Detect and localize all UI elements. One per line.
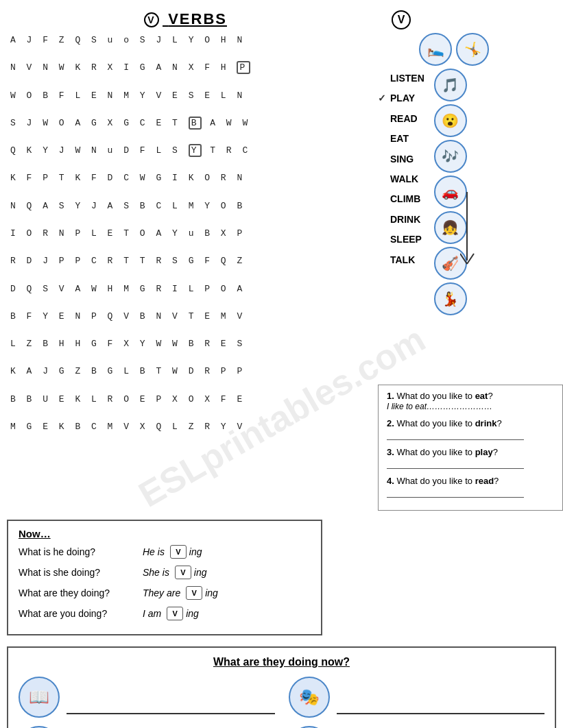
ws-row: S J W O A G X G C E T B A W W [10,117,361,130]
verb-image-3: 🎵 [434,69,467,101]
verb-placeholder: V [186,586,202,600]
verb-placeholder: V [167,607,183,620]
now-question: What are you doing? [19,608,139,619]
bottom-circle-2: 🎭 [289,677,330,718]
verb-item: LISTEN [390,69,424,88]
ws-row: N V N W K R X I G A N X F H P [10,61,361,75]
verb-image-9: 💃 [434,282,467,315]
ws-row: K A J G Z B G L B T W D R P P [10,365,361,378]
questions-box: 1. What do you like to eat? I like to ea… [378,385,563,511]
right-panel: V 🛌 🤸 LISTEN PLAY READ EAT SING WALK [371,7,556,514]
ws-row: W O B F L E N M Y V E S E L N [10,89,361,103]
verb-item: TALK [390,250,424,270]
ws-row: I O R N P L E T O A Y u B X P [10,227,361,241]
svg-line-2 [467,254,474,264]
now-box: Now… What is he doing? He is V ing What … [7,520,322,635]
now-question: What is he doing? [19,546,139,557]
bottom-box: What are they doing now? 📖 🎭 🏃 [7,646,556,728]
now-row-2: What is she doing? She is V ing [19,566,311,579]
verb-image-2: 🤸 [456,33,489,66]
ws-row: N Q A S Y J A S B C L M Y O B [10,199,361,213]
verb-image-4: 😮 [434,104,467,137]
ws-row: Q K Y J W N u D F L S Y T R C [10,144,361,158]
title-text: VERBS [168,10,227,27]
now-row-3: What are they doing? They are V ing [19,586,311,600]
verb-item: DRINK [390,210,424,230]
verb-item-play: PLAY [390,88,424,108]
now-answer: They are V ing [143,586,218,600]
now-row-4: What are you doing? I am V ing [19,607,311,620]
question-item-2: 2. What do you like to drink? [387,418,554,440]
bottom-item-reading: 📖 [19,677,275,718]
wordsearch-grid: A J F Z Q S u o S J L Y O H N N V N W K … [10,34,361,448]
answer-line [337,713,545,714]
now-answer: He is V ing [143,545,202,559]
middle-row: Now… What is he doing? He is V ing What … [7,520,556,641]
svg-line-1 [460,254,467,264]
bottom-circle-1: 📖 [19,677,60,718]
now-row-1: What is he doing? He is V ing [19,545,311,559]
title-circle: V [144,12,159,27]
verb-item: SLEEP [390,230,424,250]
wordsearch-area: V VERBS A J F Z Q S u o S J L Y O H N N … [7,7,364,514]
verb-item: EAT [390,129,424,149]
now-question: What are they doing? [19,587,139,598]
verb-placeholder: V [170,545,187,559]
question-item-1: 1. What do you like to eat? I like to ea… [387,391,554,411]
now-question: What is she doing? [19,567,139,578]
ws-row: A J F Z Q S u o S J L Y O H N [10,34,361,47]
now-answer: She is V ing [143,566,207,579]
verb-item: SING [390,149,424,169]
ws-row: K F P T K F D C W G I K O R N [10,171,361,185]
ws-row: D Q S V A W H M G R I L P O A [10,282,361,296]
now-answer: I am V ing [143,607,199,620]
question-item-3: 3. What do you like to play? [387,447,554,469]
ws-row: B B U E K L R O E P X O X F E [10,393,361,407]
ws-row: M G E K B C M V X Q L Z R Y V [10,420,361,434]
bottom-item-dancing: 🎭 [289,677,545,718]
verb-item-climb: CLIMB [390,189,424,209]
ws-row: B F Y E N P Q V B N V T E M V [10,310,361,324]
verb-list: LISTEN PLAY READ EAT SING WALK CLIMB DRI… [390,69,424,315]
verb-image-5: 🎶 [434,140,467,173]
bottom-grid: 📖 🎭 🏃 🎵 [19,677,544,728]
arrow-svg [460,192,501,274]
verb-item: READ [390,109,424,129]
ws-row: L Z B H H G F X Y W W B R E S [10,337,361,351]
page-title: V VERBS [10,10,361,28]
verb-placeholder: V [175,566,191,579]
verb-item: WALK [390,169,424,189]
verb-image-1: 🛌 [419,33,452,66]
bottom-title: What are they doing now? [19,656,544,668]
now-title: Now… [19,528,311,539]
question-item-4: 4. What do you like to read? [387,476,554,498]
answer-line [67,713,275,714]
top-section: V VERBS A J F Z Q S u o S J L Y O H N N … [7,7,556,514]
verb-circle: V [392,10,411,29]
ws-row: R D J P P C R T T R S G F Q Z [10,254,361,268]
